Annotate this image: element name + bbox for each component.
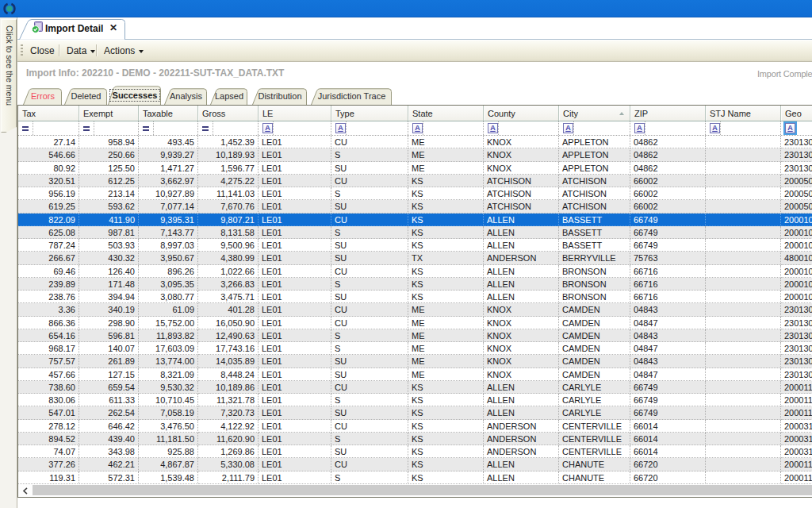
cell-taxable[interactable]: 9,530.32 <box>139 381 198 394</box>
cell-stj-name[interactable] <box>706 200 781 213</box>
cell-zip[interactable]: 66014 <box>630 433 706 445</box>
cell-exempt[interactable]: 140.07 <box>79 342 139 355</box>
cell-gross[interactable]: 2,111.79 <box>198 471 259 484</box>
cell-zip[interactable]: 04847 <box>630 317 706 329</box>
cell-gross[interactable]: 1,452.39 <box>198 136 259 148</box>
cell-geo[interactable]: 200031 <box>781 433 812 445</box>
cell-city[interactable]: ATCHISON <box>559 200 630 213</box>
cell-zip[interactable]: 04847 <box>630 342 706 355</box>
cell-tax[interactable]: 74.07 <box>18 445 79 458</box>
cell-stj-name[interactable] <box>706 317 781 329</box>
cell-county[interactable]: ALLEN <box>484 214 559 226</box>
cell-type[interactable]: S <box>331 187 408 200</box>
cell-gross[interactable]: 8,448.24 <box>198 368 259 381</box>
cell-exempt[interactable]: 298.90 <box>79 317 139 329</box>
grid-row-19[interactable]: 457.66127.158,321.098,448.24LE01SUMEKNOX… <box>18 368 812 381</box>
filter-cell-zip[interactable]: A <box>630 121 706 135</box>
cell-taxable[interactable]: 61.09 <box>139 303 198 316</box>
cell-geo[interactable]: 230130 <box>781 162 812 175</box>
cell-taxable[interactable]: 11,893.82 <box>139 329 198 342</box>
grid-row-7[interactable]: 822.09411.909,395.319,807.21LE01CUKSALLE… <box>18 214 812 226</box>
cell-type[interactable]: CU <box>331 458 408 471</box>
cell-city[interactable]: CENTERVILLE <box>559 420 630 433</box>
cell-zip[interactable]: 04862 <box>630 148 706 161</box>
cell-county[interactable]: ANDERSON <box>484 252 559 264</box>
toolbar-button-close[interactable]: Close <box>30 44 55 58</box>
cell-tax[interactable]: 866.36 <box>18 317 79 329</box>
cell-stj-name[interactable] <box>706 148 781 161</box>
cell-city[interactable]: BERRYVILLE <box>559 252 630 264</box>
cell-taxable[interactable]: 7,077.14 <box>139 200 198 213</box>
cell-state[interactable]: KS <box>408 445 484 458</box>
cell-stj-name[interactable] <box>706 239 781 252</box>
filter-cell-taxable[interactable] <box>139 121 198 135</box>
cell-le[interactable]: LE01 <box>259 200 331 213</box>
cell-gross[interactable]: 11,321.78 <box>198 394 259 406</box>
cell-zip[interactable]: 66014 <box>630 445 706 458</box>
cell-taxable[interactable]: 8,321.09 <box>139 368 198 381</box>
cell-state[interactable]: ME <box>408 355 484 368</box>
cell-stj-name[interactable] <box>706 471 781 484</box>
cell-exempt[interactable]: 593.62 <box>79 200 139 213</box>
cell-gross[interactable]: 3,266.83 <box>198 278 259 291</box>
cell-geo[interactable]: 200031 <box>781 420 812 433</box>
cell-zip[interactable]: 66720 <box>630 458 706 471</box>
cell-city[interactable]: CARLYLE <box>559 381 630 394</box>
filter-text-icon[interactable]: A <box>710 123 720 133</box>
cell-county[interactable]: KNOX <box>484 162 559 175</box>
cell-city[interactable]: CAMDEN <box>559 368 630 381</box>
cell-le[interactable]: LE01 <box>259 342 331 355</box>
grid-row-10[interactable]: 266.67430.323,950.674,380.99LE01SUTXANDE… <box>18 252 812 264</box>
cell-gross[interactable]: 401.28 <box>198 303 259 316</box>
cell-county[interactable]: KNOX <box>484 303 559 316</box>
cell-taxable[interactable]: 11,181.50 <box>139 433 198 445</box>
cell-le[interactable]: LE01 <box>259 329 331 342</box>
cell-le[interactable]: LE01 <box>259 226 331 239</box>
cell-exempt[interactable]: 262.54 <box>79 406 139 419</box>
cell-type[interactable]: SU <box>331 291 408 303</box>
cell-county[interactable]: ANDERSON <box>484 445 559 458</box>
cell-exempt[interactable]: 503.93 <box>79 239 139 252</box>
cell-tax[interactable]: 239.89 <box>18 278 79 291</box>
filter-equals-icon[interactable] <box>22 126 29 131</box>
cell-city[interactable]: CAMDEN <box>559 355 630 368</box>
cell-tax[interactable]: 757.57 <box>18 355 79 368</box>
cell-state[interactable]: ME <box>408 317 484 329</box>
cell-stj-name[interactable] <box>706 136 781 148</box>
cell-tax[interactable]: 625.08 <box>18 226 79 239</box>
cell-city[interactable]: CHANUTE <box>559 471 630 484</box>
cell-le[interactable]: LE01 <box>259 433 331 445</box>
cell-tax[interactable]: 69.46 <box>18 265 79 278</box>
cell-geo[interactable]: 200011 <box>781 471 812 484</box>
grid-row-4[interactable]: 320.51612.253,662.974,275.22LE01CUKSATCH… <box>18 175 812 187</box>
cell-city[interactable]: BASSETT <box>559 214 630 226</box>
cell-type[interactable]: SU <box>331 368 408 381</box>
cell-le[interactable]: LE01 <box>259 214 331 226</box>
cell-county[interactable]: ALLEN <box>484 458 559 471</box>
cell-taxable[interactable]: 7,058.19 <box>139 406 198 419</box>
filter-equals-icon[interactable] <box>202 126 209 131</box>
cell-state[interactable]: KS <box>408 406 484 419</box>
cell-zip[interactable]: 66720 <box>630 471 706 484</box>
cell-type[interactable]: CU <box>331 265 408 278</box>
cell-city[interactable]: BRONSON <box>559 278 630 291</box>
filter-text-icon[interactable]: A <box>412 123 423 133</box>
cell-tax[interactable]: 457.66 <box>18 368 79 381</box>
grid-row-27[interactable]: 119.31572.311,539.482,111.79LE01SKSALLEN… <box>18 471 812 484</box>
cell-state[interactable]: TX <box>408 252 484 264</box>
cell-zip[interactable]: 66002 <box>630 200 706 213</box>
cell-county[interactable]: KNOX <box>484 148 559 161</box>
cell-city[interactable]: CARLYLE <box>559 406 630 419</box>
cell-geo[interactable]: 200010 <box>781 291 812 303</box>
cell-exempt[interactable]: 411.90 <box>79 214 139 226</box>
cell-le[interactable]: LE01 <box>259 303 331 316</box>
grid-row-6[interactable]: 619.25593.627,077.147,670.76LE01SUKSATCH… <box>18 200 812 213</box>
filter-cell-type[interactable]: A <box>331 121 408 135</box>
cell-tax[interactable]: 787.24 <box>18 239 79 252</box>
cell-tax[interactable]: 320.51 <box>18 175 79 187</box>
grid-row-20[interactable]: 738.60659.549,530.3210,189.86LE01CUKSALL… <box>18 381 812 394</box>
cell-gross[interactable]: 3,475.71 <box>198 291 259 303</box>
cell-taxable[interactable]: 1,471.27 <box>139 162 198 175</box>
cell-gross[interactable]: 16,050.90 <box>198 317 259 329</box>
cell-type[interactable]: SU <box>331 252 408 264</box>
